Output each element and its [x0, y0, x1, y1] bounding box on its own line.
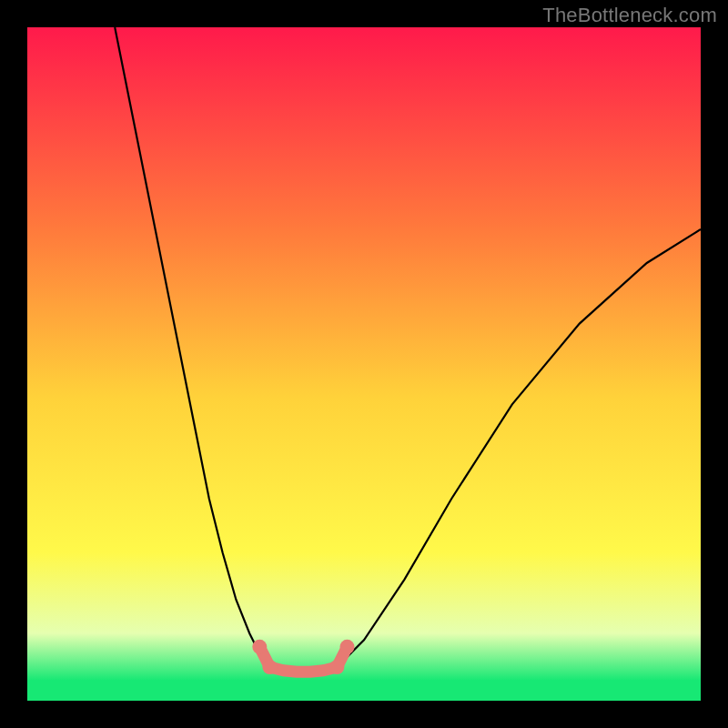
chart-frame: TheBottleneck.com	[0, 0, 728, 728]
curve-layer	[27, 27, 701, 701]
highlight-dot	[329, 660, 344, 674]
highlight-dot	[252, 640, 267, 654]
bottleneck-curve	[115, 27, 701, 672]
watermark-label: TheBottleneck.com	[542, 4, 717, 27]
plot-area	[27, 27, 701, 701]
highlight-dot	[262, 660, 277, 674]
highlight-dot	[340, 640, 355, 654]
